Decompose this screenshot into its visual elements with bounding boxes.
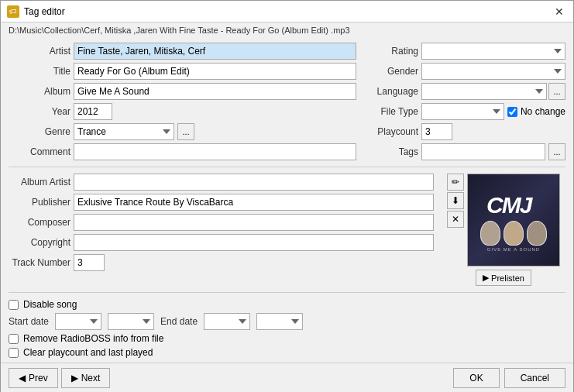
download-art-button[interactable]: ⬇ [447,192,464,209]
disable-song-checkbox[interactable] [9,300,19,310]
gender-combo[interactable] [421,63,565,80]
tags-row: Tags ... [364,143,565,160]
remove-radioboss-checkbox[interactable] [9,334,19,344]
titlebar-left: 🏷 Tag editor [7,5,65,18]
playcount-label: Playcount [364,126,418,137]
album-artist-label: Album Artist [9,177,70,187]
composer-input[interactable] [74,214,434,231]
end-date-label: End date [160,316,198,327]
artist-input[interactable] [74,43,356,60]
rating-row: Rating [364,43,565,60]
filepath: D:\Music\Collection\Cerf, Mitiska ,Jaren… [1,22,573,38]
album-artist-row: Album Artist [9,174,434,191]
composer-label: Composer [9,217,70,228]
rating-combo[interactable] [421,43,565,60]
top-fields-row: Artist Title Album Year Genre [9,43,565,160]
middle-section: Album Artist Publisher Composer Copyrigh… [9,174,565,286]
album-art-section: ✏ ⬇ ✕ CMJ [442,174,565,286]
app-icon: 🏷 [7,5,19,18]
album-subtitle: GIVE ME A SOUND [487,247,540,252]
start-date-day[interactable] [55,313,101,330]
footer: ◀ Prev ▶ Next OK Cancel [1,363,573,392]
end-date-day[interactable] [204,313,250,330]
gender-label: Gender [364,66,418,77]
titlebar: 🏷 Tag editor ✕ [1,1,573,22]
prelisten-label: Prelisten [491,273,524,283]
disable-song-label: Disable song [23,299,77,310]
edit-art-button[interactable]: ✏ [447,174,464,191]
publisher-input[interactable] [74,194,434,211]
track-number-row: Track Number [9,254,434,271]
genre-row: Genre Trance ... [9,123,356,140]
tags-label: Tags [364,146,418,157]
cancel-button[interactable]: Cancel [504,368,565,388]
album-artist-input[interactable] [74,174,434,191]
filetype-combo[interactable] [421,103,504,120]
album-input[interactable] [74,83,356,100]
language-more-button[interactable]: ... [548,83,565,100]
playcount-input[interactable] [421,123,452,140]
prelisten-icon: ▶ [483,273,489,283]
clear-playcount-label: Clear playcount and last played [23,347,153,358]
genre-more-button[interactable]: ... [177,123,194,140]
prev-button[interactable]: ◀ Prev [9,368,58,388]
album-logo-svg: CMJ [483,188,545,219]
bottom-section: Disable song Start date End date Remove … [9,299,565,358]
rating-label: Rating [364,46,418,57]
copyright-label: Copyright [9,237,70,248]
comment-input[interactable] [74,143,356,160]
delete-art-button[interactable]: ✕ [447,211,464,228]
language-combo[interactable] [421,83,547,100]
copyright-row: Copyright [9,234,434,251]
middle-left-fields: Album Artist Publisher Composer Copyrigh… [9,174,434,286]
no-change-checkbox[interactable] [507,107,517,117]
title-row: Title [9,63,356,80]
remove-radioboss-row: Remove RadioBOSS info from file [9,333,565,344]
artist-label: Artist [9,46,70,57]
publisher-label: Publisher [9,197,70,208]
year-label: Year [9,106,70,117]
disable-song-row: Disable song [9,299,565,310]
clear-playcount-checkbox[interactable] [9,348,19,358]
footer-right: OK Cancel [453,368,565,388]
album-label: Album [9,86,70,97]
year-input[interactable] [74,103,112,120]
art-and-buttons: ✏ ⬇ ✕ CMJ [447,174,560,266]
svg-text:CMJ: CMJ [486,192,534,218]
tags-input[interactable] [421,143,545,160]
right-fields: Rating Gender Language [364,43,565,160]
close-button[interactable]: ✕ [552,4,567,19]
language-label: Language [364,86,418,97]
title-input[interactable] [74,63,356,80]
start-date-month[interactable] [108,313,154,330]
comment-label: Comment [9,146,70,157]
next-button[interactable]: ▶ Next [61,368,111,388]
footer-left: ◀ Prev ▶ Next [9,368,110,388]
remove-radioboss-label: Remove RadioBOSS info from file [23,333,163,344]
separator-2 [9,292,565,293]
ok-button[interactable]: OK [453,368,499,388]
main-content: Artist Title Album Year Genre [1,38,573,363]
playcount-row: Playcount [364,123,565,140]
filetype-row: File Type No change [364,103,565,120]
art-buttons: ✏ ⬇ ✕ [447,174,464,228]
album-art-inner: CMJ GIVE ME A SOUND [468,174,559,266]
tags-more-button[interactable]: ... [548,143,565,160]
end-date-month[interactable] [256,313,303,330]
composer-row: Composer [9,214,434,231]
prev-label: Prev [29,373,48,383]
track-number-input[interactable] [74,254,105,271]
artist-row: Artist [9,43,356,60]
album-row: Album [9,83,356,100]
genre-combo[interactable]: Trance [74,123,174,140]
prev-icon: ◀ [19,373,26,383]
start-date-label: Start date [9,316,49,327]
left-fields: Artist Title Album Year Genre [9,43,356,160]
next-icon: ▶ [71,373,78,383]
prelisten-button[interactable]: ▶ Prelisten [476,270,531,286]
separator-1 [9,167,565,167]
language-row: Language ... [364,83,565,100]
copyright-input[interactable] [74,234,434,251]
window-title: Tag editor [24,6,65,17]
comment-row: Comment [9,143,356,160]
